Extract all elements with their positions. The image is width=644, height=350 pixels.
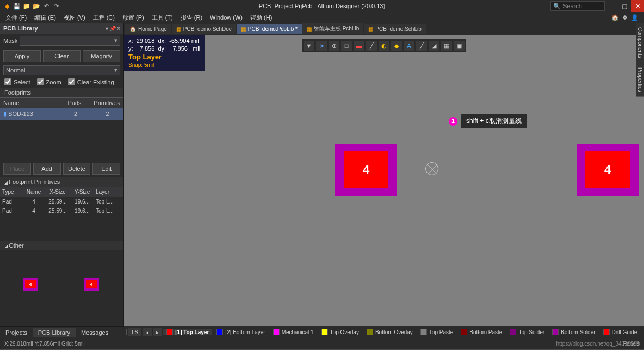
annotation-badge: 1 [449, 117, 457, 126]
origin-marker [425, 162, 438, 175]
close-button[interactable]: ✕ [631, 0, 644, 12]
via-icon[interactable]: □ [341, 41, 352, 51]
line-icon[interactable]: ╱ [366, 41, 377, 51]
home-icon[interactable]: 🏠 [611, 14, 619, 21]
layer-chip[interactable]: Top Paste [417, 329, 456, 335]
title-bar: ◆ 💾 📁 📂 ↶ ↷ PCB_Project.PrjPcb - Altium … [0, 0, 644, 12]
filter-icon[interactable]: ▼ [304, 41, 314, 51]
user-icon[interactable]: 👤 [631, 14, 639, 21]
fill-icon[interactable]: ◆ [391, 41, 402, 51]
menu-tools[interactable]: 工具 (T) [148, 13, 176, 23]
coordinate-display: x: 29.018 dx: -65.904 mil y: 7.856 dy: 7… [124, 35, 205, 71]
layer-chip[interactable]: Bottom Solder [549, 329, 598, 335]
side-tabs: Components Properties [636, 23, 644, 97]
tab-home[interactable]: 🏠Home Page [125, 24, 171, 34]
layer-chip[interactable]: [1] Top Layer [163, 329, 212, 335]
side-tab-components[interactable]: Components [636, 23, 644, 63]
region-icon[interactable]: ◢ [429, 41, 439, 51]
floating-toolbar: ▼ ⊳ ⊕ □ ▬ ╱ ◐ ◆ A ╱ ◢ ▦ ▣ [302, 39, 466, 52]
menu-report[interactable]: 报告 (R) [177, 13, 206, 23]
component-icon[interactable]: ▣ [454, 41, 465, 51]
annotation-text: shift + c取消测量线 [461, 114, 527, 128]
menu-file[interactable]: 文件 (F) [2, 13, 30, 23]
side-tab-properties[interactable]: Properties [636, 63, 644, 97]
minimize-button[interactable]: — [605, 0, 618, 12]
open-icon[interactable]: 📂 [33, 2, 40, 10]
panel-close-icon[interactable]: × [117, 26, 120, 32]
primitives-header[interactable]: Footprint Primitives [0, 177, 123, 187]
layer-chip[interactable]: Bottom Overlay [363, 329, 416, 335]
delete-button[interactable]: Delete [63, 163, 91, 175]
clear-existing-checkbox[interactable]: Clear Existing [68, 78, 114, 85]
menu-edit[interactable]: 编辑 (E) [31, 13, 59, 23]
footprints-header: Footprints [0, 88, 123, 97]
arc-icon[interactable]: ◐ [379, 41, 389, 51]
panel-dropdown-icon[interactable]: ▾ [106, 26, 108, 32]
graphic-icon[interactable]: ▦ [441, 41, 452, 51]
edit-button[interactable]: Edit [92, 163, 120, 175]
tab-car[interactable]: ▦智能车主板.PcbLib [302, 23, 363, 34]
menu-window[interactable]: Window (W) [207, 13, 246, 22]
text-icon[interactable]: A [404, 41, 414, 51]
footprint-preview: 4 4 [2, 253, 121, 324]
status-coords: X:29.018mil Y:7.856mil Grid: 5mil [4, 341, 85, 347]
clear-button[interactable]: Clear [43, 50, 81, 62]
current-layer-swatch[interactable] [126, 329, 127, 335]
layer-chip[interactable]: Bottom Paste [457, 329, 505, 335]
mask-input[interactable] [20, 36, 120, 46]
layer-chip[interactable]: Mechanical 1 [270, 329, 317, 335]
folder-icon[interactable]: 📁 [23, 2, 30, 10]
layer-chip[interactable]: Drill Guide [600, 329, 641, 335]
menu-bar: 文件 (F) 编辑 (E) 视图 (V) 工程 (C) 放置 (P) 工具 (T… [0, 12, 644, 23]
footprints-table-head: Name Pads Primitives [0, 97, 123, 108]
layer-bar: LS ◂ ▸ [1] Top Layer[2] Bottom LayerMech… [124, 326, 644, 338]
menu-project[interactable]: 工程 (C) [90, 13, 118, 23]
footprint-row[interactable]: ▮ SOD-123 2 2 [0, 108, 123, 120]
tab-messages[interactable]: Messages [76, 328, 114, 337]
add-button[interactable]: Add [33, 163, 61, 175]
primitive-row[interactable]: Pad425.59...19.6...Top L... [0, 197, 123, 206]
layer-chip[interactable]: Keep-Out Layer [641, 329, 644, 335]
layer-next-icon[interactable]: ▸ [153, 328, 162, 336]
document-tabs: 🏠Home Page ▦PCB_demo.SchDoc ▦PCB_demo.Pc… [124, 23, 644, 35]
layer-chip[interactable]: [2] Bottom Layer [213, 329, 268, 335]
menu-help[interactable]: 帮助 (H) [247, 13, 275, 23]
tab-schlib[interactable]: ▦PCB_demo.SchLib [364, 24, 426, 34]
normal-dropdown[interactable]: Normal [3, 65, 120, 75]
layer-chip[interactable]: Top Solder [506, 329, 548, 335]
track-icon[interactable]: ⊳ [316, 41, 327, 51]
tab-schdoc[interactable]: ▦PCB_demo.SchDoc [172, 24, 236, 34]
notify-icon[interactable]: ❖ [622, 14, 628, 21]
panel-title: PCB Library ▾ 📌 × [0, 23, 123, 34]
tab-projects[interactable]: Projects [0, 328, 33, 337]
save-icon[interactable]: 💾 [13, 2, 21, 10]
menu-view[interactable]: 视图 (V) [60, 13, 89, 23]
ls-button[interactable]: LS [128, 328, 141, 336]
pad-right[interactable]: 4 [577, 144, 639, 196]
pcb-library-panel: PCB Library ▾ 📌 × Mask Apply Clear Magni… [0, 23, 124, 326]
panel-pin-icon[interactable]: 📌 [109, 26, 116, 32]
maximize-button[interactable]: ▢ [618, 0, 631, 12]
polygon-icon[interactable]: ▬ [354, 41, 364, 51]
other-header[interactable]: Other [0, 241, 123, 250]
dim-icon[interactable]: ╱ [416, 41, 427, 51]
menu-place[interactable]: 放置 (P) [119, 13, 147, 23]
zoom-checkbox[interactable]: Zoom [37, 78, 61, 85]
canvas[interactable]: x: 29.018 dx: -65.904 mil y: 7.856 dy: 7… [124, 35, 644, 326]
pad-left[interactable]: 4 [335, 144, 397, 196]
search-input[interactable]: 🔍 Search [550, 1, 605, 11]
primitive-row[interactable]: Pad425.59...19.6...Top L... [0, 206, 123, 216]
pad-icon[interactable]: ⊕ [329, 41, 339, 51]
magnify-button[interactable]: Magnify [83, 50, 120, 62]
redo-icon[interactable]: ↷ [52, 2, 60, 10]
tab-pcb-library[interactable]: PCB Library [33, 328, 76, 337]
apply-button[interactable]: Apply [3, 50, 41, 62]
tab-pcblib[interactable]: ▦PCB_demo.PcbLib * [237, 24, 302, 34]
layer-prev-icon[interactable]: ◂ [143, 328, 152, 336]
layer-chip[interactable]: Top Overlay [318, 329, 362, 335]
select-checkbox[interactable]: Select [4, 78, 30, 85]
place-button[interactable]: Place [3, 163, 31, 175]
status-bar: X:29.018mil Y:7.856mil Grid: 5mil Panels [0, 338, 644, 349]
footprints-list: ▮ SOD-123 2 2 [0, 108, 123, 161]
undo-icon[interactable]: ↶ [42, 2, 50, 10]
